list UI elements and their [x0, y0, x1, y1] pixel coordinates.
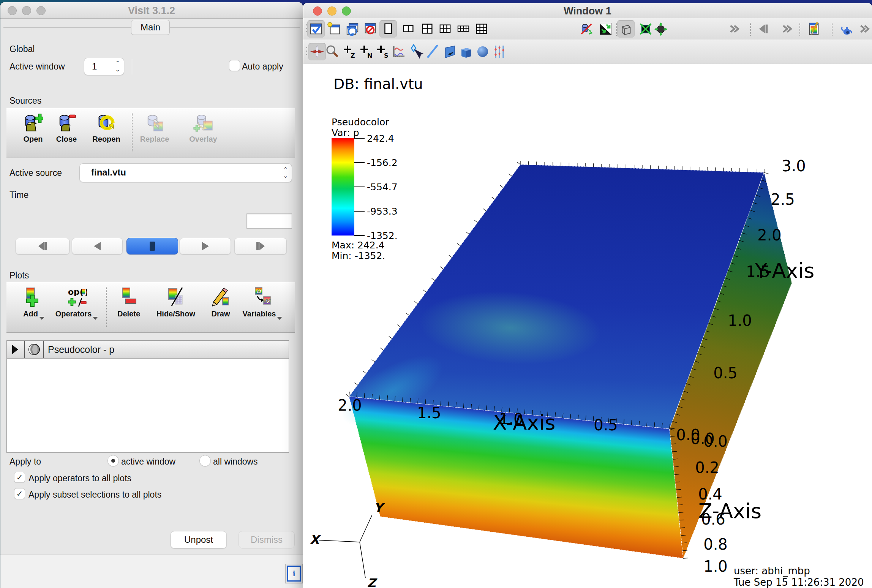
time-step-forward-button[interactable]	[234, 238, 287, 254]
hide-show-plot-button[interactable]: Hide/Show	[156, 287, 196, 318]
layout-1x2-icon[interactable]	[400, 20, 417, 38]
layout-2x2-icon[interactable]	[419, 20, 436, 38]
open-source-button[interactable]: Open	[17, 113, 49, 144]
node-pick-icon[interactable]: N	[357, 43, 374, 60]
color-table-icon[interactable]	[805, 20, 823, 38]
auto-apply-checkbox[interactable]	[229, 60, 240, 71]
active-window-value: 1	[92, 61, 97, 72]
legend-colorbar	[332, 138, 354, 236]
separator	[106, 287, 107, 327]
close-database-icon	[57, 113, 76, 133]
user-stamp: user: abhi_mbp	[734, 565, 810, 577]
reopen-source-button[interactable]: Reopen	[90, 113, 122, 144]
render-viewport[interactable]: DB: final.vtu Pseudocolor Var: p 242.4 -…	[303, 64, 872, 588]
output-info-button[interactable]: i	[285, 564, 303, 583]
lineout-mode-icon[interactable]	[390, 43, 407, 60]
remove-plots-icon[interactable]	[578, 20, 595, 38]
overflow-chevron-icon[interactable]	[855, 20, 872, 38]
right-titlebar[interactable]: Window 1	[303, 3, 872, 19]
legend-min: Min: -1352.	[332, 250, 385, 261]
box-tool-icon[interactable]	[457, 43, 475, 60]
svg-text:2.0: 2.0	[338, 397, 362, 414]
divider	[24, 341, 25, 358]
hide-show-label: Hide/Show	[156, 310, 195, 318]
toolbar-handle[interactable]	[306, 45, 307, 57]
separator	[616, 23, 617, 36]
recenter-view-icon[interactable]	[597, 20, 615, 38]
draw-plot-icon	[210, 287, 231, 307]
time-play-button[interactable]	[180, 238, 231, 254]
expand-arrow-icon[interactable]	[12, 345, 18, 354]
close-source-button[interactable]: Close	[51, 113, 82, 144]
pseudocolor-sphere-icon[interactable]	[28, 343, 41, 356]
replace-source-button[interactable]: Replace	[139, 113, 171, 144]
pick-tool-icon[interactable]	[407, 43, 425, 60]
perspective-cube-icon[interactable]	[617, 20, 635, 38]
time-step-back-button[interactable]	[16, 238, 70, 254]
svg-text:3.0: 3.0	[782, 157, 806, 175]
active-source-dropdown[interactable]: final.vtu ⌃⌄	[79, 163, 292, 182]
visit-main-window: VisIt 3.1.2 Main Global Active window 1 …	[0, 2, 303, 588]
separator	[132, 113, 133, 152]
svg-text:op(: op(	[68, 287, 84, 297]
toolbar-handle[interactable]	[306, 22, 307, 35]
spinner-arrows-icon[interactable]: ⌃⌄	[115, 60, 120, 73]
set-active-window-icon[interactable]	[307, 20, 325, 38]
viewer-toolbar-bottom: Z N S	[303, 40, 872, 64]
overflow-chevron-icon[interactable]	[778, 20, 795, 38]
active-window-spinner[interactable]: 1 ⌃⌄	[84, 58, 124, 75]
zone-pick-icon[interactable]: Z	[340, 43, 358, 60]
variables-icon: u v	[252, 287, 273, 307]
separator	[832, 23, 833, 36]
add-plot-button[interactable]: Add	[18, 287, 50, 318]
spreadsheet-pick-icon[interactable]: S	[374, 43, 391, 60]
unpost-button[interactable]: Unpost	[171, 531, 227, 548]
previous-window-icon[interactable]	[755, 20, 772, 38]
left-titlebar[interactable]: VisIt 3.1.2	[0, 2, 303, 19]
svg-text:1.0: 1.0	[728, 312, 752, 329]
open-database-icon	[23, 113, 43, 133]
delete-label: Delete	[117, 310, 140, 318]
operators-button[interactable]: op( ) Operators	[58, 287, 95, 318]
tab-main[interactable]: Main	[131, 20, 170, 35]
clear-window-icon[interactable]	[362, 20, 379, 38]
operators-label: Operators	[55, 310, 98, 318]
plot-list-item-label: Pseudocolor - p	[48, 344, 114, 355]
draw-plot-button[interactable]: Draw	[205, 287, 237, 318]
all-windows-radio[interactable]	[199, 455, 211, 466]
svg-text:1.5: 1.5	[417, 404, 441, 422]
pseudocolor-plot-canvas[interactable]: DB: final.vtu Pseudocolor Var: p 242.4 -…	[303, 64, 872, 588]
sources-toolbar: Open Close Reopen	[6, 108, 295, 158]
line-tool-icon[interactable]	[424, 43, 441, 60]
active-window-radio[interactable]	[107, 455, 119, 466]
layout-3x3-icon[interactable]	[473, 20, 490, 38]
apply-operators-checkbox[interactable]: ✓	[14, 472, 25, 483]
overflow-chevron-icon[interactable]	[725, 20, 742, 38]
spin-mode-icon[interactable]	[652, 20, 670, 38]
plot-list-row[interactable]: Pseudocolor - p	[7, 341, 289, 359]
layout-2x4-icon[interactable]	[455, 20, 472, 38]
svg-text:0.8: 0.8	[703, 536, 728, 553]
dismiss-button[interactable]: Dismiss	[239, 531, 295, 548]
delete-plot-button[interactable]: Delete	[113, 287, 145, 318]
refresh-window-icon[interactable]	[344, 20, 361, 38]
time-stop-button[interactable]	[126, 238, 178, 254]
new-window-icon[interactable]	[325, 20, 343, 38]
zoom-mode-icon[interactable]	[324, 43, 341, 60]
layout-1x1-icon[interactable]	[379, 20, 397, 38]
time-field[interactable]	[246, 213, 292, 229]
delete-plot-icon	[118, 287, 139, 307]
overlay-source-button[interactable]: Overlay	[187, 113, 219, 144]
dropdown-caret-icon	[277, 317, 282, 320]
layout-2x3-icon[interactable]	[436, 20, 454, 38]
render-options-icon[interactable]	[837, 20, 855, 38]
svg-text:2.0: 2.0	[757, 226, 782, 244]
apply-subset-checkbox[interactable]: ✓	[14, 488, 25, 499]
sphere-tool-icon[interactable]	[474, 43, 491, 60]
date-stamp: Tue Sep 15 11:26:31 2020	[733, 577, 864, 588]
axis-restriction-icon[interactable]	[491, 43, 508, 60]
time-play-reverse-button[interactable]	[72, 238, 123, 254]
operators-icon: op( )	[66, 287, 87, 307]
plane-tool-icon[interactable]	[441, 43, 458, 60]
variables-button[interactable]: u v Variables	[243, 287, 281, 318]
